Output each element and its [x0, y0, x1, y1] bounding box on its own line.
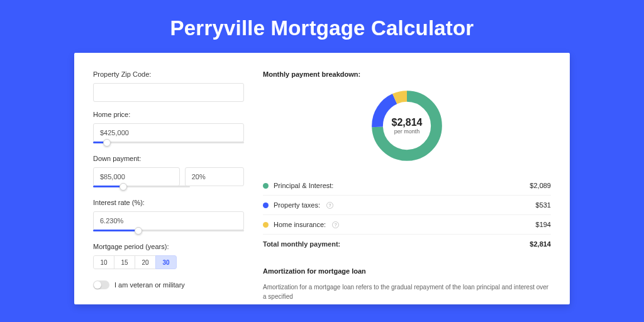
breakdown-panel: Monthly payment breakdown: $2,814 per mo… — [263, 70, 551, 304]
period-15[interactable]: 15 — [114, 255, 135, 269]
donut-wrap: $2,814 per month — [263, 87, 551, 165]
toggle-knob — [94, 281, 101, 289]
donut-chart: $2,814 per month — [368, 87, 446, 165]
legend-taxes: Property taxes: ? $531 — [263, 196, 551, 215]
period-30[interactable]: 30 — [155, 255, 177, 269]
legend-label: Home insurance: — [274, 221, 326, 228]
slider-thumb[interactable] — [103, 139, 111, 147]
down-payment-slider[interactable] — [93, 186, 190, 187]
veteran-toggle[interactable] — [93, 280, 109, 289]
legend-total: Total monthly payment: $2,814 — [263, 235, 551, 253]
dot-icon — [263, 183, 269, 189]
dot-icon — [263, 203, 269, 208]
slider-fill — [93, 186, 123, 187]
home-price-input[interactable] — [93, 123, 244, 142]
legend-value: $2,089 — [530, 182, 551, 189]
interest-input[interactable] — [93, 211, 244, 230]
veteran-label: I am veteran or military — [114, 281, 185, 289]
info-icon[interactable]: ? — [332, 221, 339, 228]
legend-label: Principal & Interest: — [274, 182, 333, 189]
home-price-slider[interactable] — [93, 142, 244, 143]
legend-principal: Principal & Interest: $2,089 — [263, 176, 551, 196]
zip-input[interactable] — [93, 83, 244, 102]
breakdown-heading: Monthly payment breakdown: — [263, 70, 551, 78]
form-panel: Property Zip Code: Home price: Down paym… — [93, 70, 244, 304]
donut-value: $2,814 — [392, 117, 423, 128]
total-value: $2,814 — [530, 240, 551, 248]
home-price-label: Home price: — [93, 111, 244, 118]
total-label: Total monthly payment: — [263, 240, 340, 248]
home-price-field: Home price: — [93, 111, 244, 143]
donut-sub: per month — [394, 128, 420, 135]
veteran-row: I am veteran or military — [93, 280, 244, 289]
legend-insurance: Home insurance: ? $194 — [263, 215, 551, 235]
period-10[interactable]: 10 — [93, 255, 114, 269]
period-20[interactable]: 20 — [135, 255, 156, 269]
down-payment-label: Down payment: — [93, 155, 244, 162]
interest-field: Interest rate (%): — [93, 199, 244, 231]
donut-center: $2,814 per month — [368, 87, 446, 165]
calculator-card: Property Zip Code: Home price: Down paym… — [74, 53, 570, 304]
amortization-text: Amortization for a mortgage loan refers … — [263, 282, 551, 301]
legend-value: $194 — [536, 221, 551, 228]
info-icon[interactable]: ? — [326, 202, 333, 209]
slider-thumb[interactable] — [135, 227, 142, 235]
amortization-heading: Amortization for mortgage loan — [263, 267, 551, 275]
period-field: Mortgage period (years): 10 15 20 30 — [93, 243, 244, 269]
interest-slider[interactable] — [93, 230, 244, 231]
zip-label: Property Zip Code: — [93, 70, 244, 78]
dot-icon — [263, 222, 269, 228]
slider-thumb[interactable] — [119, 183, 127, 191]
page-title: Perryville Mortgage Calculator — [0, 0, 644, 53]
down-payment-pct-input[interactable] — [185, 167, 244, 186]
down-payment-field: Down payment: — [93, 155, 244, 187]
down-payment-input[interactable] — [93, 167, 180, 186]
period-buttons: 10 15 20 30 — [93, 255, 177, 269]
interest-label: Interest rate (%): — [93, 199, 244, 206]
slider-fill — [93, 230, 138, 231]
legend-label: Property taxes: — [274, 201, 320, 209]
period-label: Mortgage period (years): — [93, 243, 244, 250]
zip-field: Property Zip Code: — [93, 70, 244, 102]
legend-value: $531 — [536, 201, 551, 209]
